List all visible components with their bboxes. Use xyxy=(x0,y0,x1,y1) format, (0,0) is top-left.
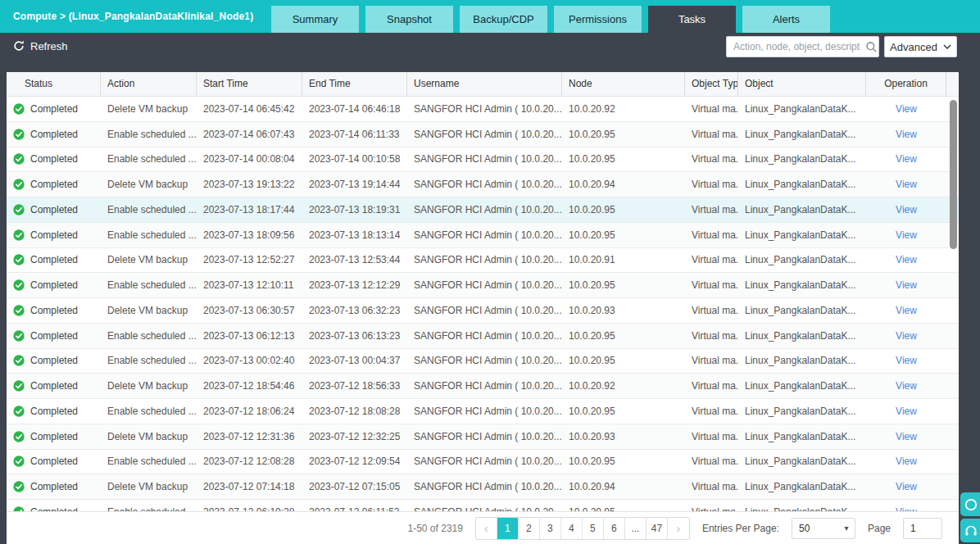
table-row[interactable]: CompletedEnable scheduled ...2023-07-12 … xyxy=(7,500,959,511)
table-row[interactable]: CompletedDelete VM backup2023-07-13 12:5… xyxy=(7,248,959,274)
pager-page-47[interactable]: 47 xyxy=(647,518,668,539)
pager-page-2[interactable]: 2 xyxy=(519,518,540,539)
tab-alerts[interactable]: Alerts xyxy=(742,6,830,33)
username-cell: SANGFOR HCI Admin ( 10.0.20.... xyxy=(407,204,562,215)
status-text: Completed xyxy=(30,153,78,165)
view-link[interactable]: View xyxy=(896,129,917,140)
breadcrumb[interactable]: Compute > (Linux_PangkalanDataKlinikal_N… xyxy=(13,0,253,33)
pager-page-5[interactable]: 5 xyxy=(583,518,604,539)
completed-check-icon xyxy=(13,431,25,442)
object-cell: Linux_PangkalanDataK... xyxy=(738,330,866,342)
tab-snapshot[interactable]: Snapshot xyxy=(365,6,453,33)
view-link[interactable]: View xyxy=(896,204,917,215)
advanced-button[interactable]: Advanced xyxy=(884,36,957,57)
refresh-label: Refresh xyxy=(30,40,68,52)
toolbar: Refresh Advanced xyxy=(0,33,980,59)
status-text: Completed xyxy=(30,330,78,342)
view-link[interactable]: View xyxy=(896,305,917,316)
scrollbar-thumb[interactable] xyxy=(950,100,957,249)
view-link[interactable]: View xyxy=(896,279,917,291)
start-time-cell: 2023-07-12 12:31:36 xyxy=(197,431,302,442)
completed-check-icon xyxy=(13,355,25,366)
view-link[interactable]: View xyxy=(896,431,917,442)
view-link[interactable]: View xyxy=(896,456,917,467)
table-row[interactable]: CompletedEnable scheduled ...2023-07-13 … xyxy=(7,324,959,349)
entries-per-page-select[interactable]: 50 ▾ xyxy=(792,518,855,539)
status-cell: Completed xyxy=(7,481,101,492)
action-cell: Enable scheduled ... xyxy=(101,129,197,140)
table-row[interactable]: CompletedDelete VM backup2023-07-12 07:1… xyxy=(7,474,959,500)
view-link[interactable]: View xyxy=(896,355,917,366)
tab-bar: SummarySnapshotBackup/CDPPermissionsTask… xyxy=(271,6,830,33)
table-row[interactable]: CompletedDelete VM backup2023-07-13 06:3… xyxy=(7,298,959,324)
username-cell: SANGFOR HCI Admin ( 10.0.20.... xyxy=(407,179,562,190)
column-header-operation: Operation xyxy=(866,72,946,96)
action-cell: Delete VM backup xyxy=(101,380,197,392)
action-cell: Delete VM backup xyxy=(101,103,197,115)
completed-check-icon xyxy=(13,129,25,140)
view-link[interactable]: View xyxy=(896,380,917,392)
start-time-cell: 2023-07-13 06:30:57 xyxy=(197,305,302,316)
operation-cell: View xyxy=(866,380,946,392)
node-cell: 10.0.20.92 xyxy=(562,103,685,115)
start-time-cell: 2023-07-12 07:14:18 xyxy=(197,481,302,492)
column-header-object: Object xyxy=(738,72,866,96)
table-row[interactable]: CompletedEnable scheduled ...2023-07-13 … xyxy=(7,197,959,223)
username-cell: SANGFOR HCI Admin ( 10.0.20.... xyxy=(407,305,562,316)
table-row[interactable]: CompletedEnable scheduled ...2023-07-12 … xyxy=(7,450,959,475)
view-link[interactable]: View xyxy=(896,481,917,492)
status-text: Completed xyxy=(30,254,78,265)
operation-cell: View xyxy=(866,279,946,291)
tab-permissions[interactable]: Permissions xyxy=(554,6,642,33)
start-time-cell: 2023-07-14 06:07:43 xyxy=(197,129,302,140)
status-text: Completed xyxy=(30,380,78,392)
search-input[interactable] xyxy=(727,38,864,56)
action-cell: Enable scheduled ... xyxy=(101,406,197,417)
status-cell: Completed xyxy=(7,179,101,190)
vertical-scrollbar[interactable] xyxy=(949,98,958,511)
tab-tasks[interactable]: Tasks xyxy=(648,6,736,33)
completed-check-icon xyxy=(13,179,25,190)
object-type-cell: Virtual ma... xyxy=(685,129,738,140)
end-time-cell: 2023-07-13 06:13:23 xyxy=(302,330,407,342)
pager-prev-button[interactable]: ‹ xyxy=(476,518,497,539)
view-link[interactable]: View xyxy=(896,330,917,342)
status-cell: Completed xyxy=(7,431,101,442)
pager-page-4[interactable]: 4 xyxy=(561,518,583,539)
table-row[interactable]: CompletedDelete VM backup2023-07-12 18:5… xyxy=(7,374,959,399)
view-link[interactable]: View xyxy=(896,229,917,241)
tab-summary[interactable]: Summary xyxy=(271,6,359,33)
view-link[interactable]: View xyxy=(896,179,917,190)
username-cell: SANGFOR HCI Admin ( 10.0.20.... xyxy=(407,380,562,392)
pager-page-3[interactable]: 3 xyxy=(540,518,561,539)
table-row[interactable]: CompletedDelete VM backup2023-07-12 12:3… xyxy=(7,424,959,450)
table-row[interactable]: CompletedEnable scheduled ...2023-07-12 … xyxy=(7,399,959,424)
support-headset-button[interactable] xyxy=(960,519,980,542)
action-cell: Delete VM backup xyxy=(101,305,197,316)
view-link[interactable]: View xyxy=(896,406,917,417)
table-row[interactable]: CompletedEnable scheduled ...2023-07-14 … xyxy=(7,147,959,173)
table-row[interactable]: CompletedEnable scheduled ...2023-07-13 … xyxy=(7,273,959,298)
end-time-cell: 2023-07-13 00:04:37 xyxy=(302,355,407,366)
table-row[interactable]: CompletedDelete VM backup2023-07-14 06:4… xyxy=(7,97,959,122)
tab-backup-cdp[interactable]: Backup/CDP xyxy=(460,6,547,33)
view-link[interactable]: View xyxy=(896,254,917,265)
start-time-cell: 2023-07-12 18:06:24 xyxy=(197,406,302,417)
page-input[interactable] xyxy=(903,518,942,539)
table-row[interactable]: CompletedEnable scheduled ...2023-07-13 … xyxy=(7,223,959,248)
username-cell: SANGFOR HCI Admin ( 10.0.20.... xyxy=(407,229,562,241)
pager-page-1[interactable]: 1 xyxy=(497,518,519,539)
refresh-button[interactable]: Refresh xyxy=(13,33,68,59)
table-row[interactable]: CompletedDelete VM backup2023-07-13 19:1… xyxy=(7,172,959,197)
start-time-cell: 2023-07-13 06:12:13 xyxy=(197,330,302,342)
search-icon[interactable] xyxy=(864,41,878,53)
pager-next-button[interactable]: › xyxy=(668,518,689,539)
table-row[interactable]: CompletedEnable scheduled ...2023-07-14 … xyxy=(7,122,959,147)
view-link[interactable]: View xyxy=(896,103,917,115)
pager-page-6[interactable]: 6 xyxy=(604,518,625,539)
start-time-cell: 2023-07-14 06:45:42 xyxy=(197,103,302,115)
chat-button[interactable] xyxy=(960,492,980,516)
view-link[interactable]: View xyxy=(896,153,917,165)
table-row[interactable]: CompletedEnable scheduled ...2023-07-13 … xyxy=(7,349,959,374)
status-text: Completed xyxy=(30,431,78,442)
